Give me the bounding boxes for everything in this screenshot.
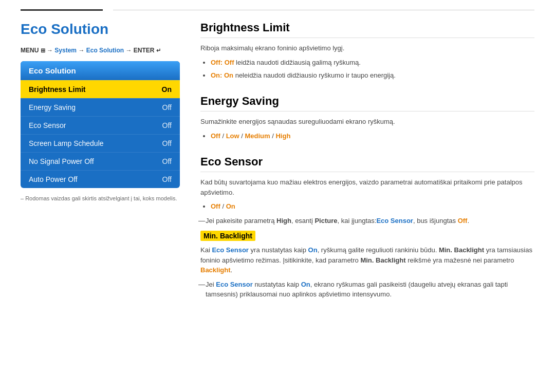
brightness-limit-list: Off: Off leidžia naudoti didžiausią gali… (211, 57, 534, 82)
left-panel: Eco Solution MENU ⊞ → System → Eco Solut… (21, 21, 180, 313)
list-item: Off: Off leidžia naudoti didžiausią gali… (211, 57, 534, 68)
menu-box: Eco Solution Brightness Limit On Energy … (21, 61, 180, 188)
top-bar (0, 0, 555, 16)
energy-saving-list: Off / Low / Medium / High (211, 130, 534, 142)
menu-item-value: Off (162, 175, 172, 183)
section-eco-sensor: Eco Sensor Kad būtų suvartojama kuo maži… (200, 155, 534, 299)
menu-item-label: Brightness Limit (29, 85, 85, 94)
menu-item-screen-lamp[interactable]: Screen Lamp Schedule Off (21, 134, 180, 152)
brightness-limit-title: Brightness Limit (200, 21, 534, 38)
menu-header: Eco Solution (21, 61, 180, 80)
energy-saving-title: Energy Saving (200, 95, 534, 111)
menu-arrow1: → (45, 47, 55, 54)
menu-prefix: MENU (21, 47, 41, 54)
menu-item-auto-power[interactable]: Auto Power Off Off (21, 170, 180, 188)
menu-item-label: No Signal Power Off (29, 157, 94, 165)
menu-item-label: Eco Sensor (29, 121, 66, 129)
brightness-limit-desc: Riboja maksimalų ekrano foninio apšvieti… (200, 43, 534, 53)
menu-item-eco-sensor[interactable]: Eco Sensor Off (21, 116, 180, 134)
page-title: Eco Solution (21, 21, 180, 38)
menu-item-value: On (162, 85, 172, 94)
menu-item-brightness-limit[interactable]: Brightness Limit On (21, 80, 180, 98)
list-item: Off / Low / Medium / High (211, 130, 534, 142)
menu-item-label: Energy Saving (29, 103, 76, 111)
right-panel: Brightness Limit Riboja maksimalų ekrano… (200, 21, 534, 313)
main-content: Eco Solution MENU ⊞ → System → Eco Solut… (0, 16, 555, 323)
eco-sensor-dash-note2: Jei Eco Sensor nustatytas kaip On, ekran… (200, 279, 534, 300)
eco-sensor-desc: Kad būtų suvartojama kuo mažiau elektros… (200, 177, 534, 197)
menu-item-value: Off (162, 121, 172, 129)
energy-saving-desc: Sumažinkite energijos sąnaudas sureguliu… (200, 117, 534, 127)
menu-item-energy-saving[interactable]: Energy Saving Off (21, 98, 180, 116)
left-note: – Rodomas vaizdas gali skirtis atsižvelg… (21, 195, 180, 201)
top-bar-line-left (21, 9, 103, 11)
menu-item-label: Auto Power Off (29, 175, 78, 183)
min-backlight-desc: Kai Eco Sensor yra nustatytas kaip On, r… (200, 245, 534, 275)
menu-item-value: Off (162, 157, 172, 165)
eco-sensor-list: Off / On (211, 200, 534, 212)
eco-sensor-dash-note: Jei pakeisite parametrą High, esantį Pic… (200, 216, 534, 226)
menu-ecosolution: Eco Solution (86, 47, 124, 54)
menu-item-value: Off (162, 139, 172, 147)
menu-arrow2: → (77, 47, 86, 54)
eco-sensor-title: Eco Sensor (200, 155, 534, 172)
top-bar-line-right (113, 10, 534, 10)
menu-arrow3: → ENTER (124, 47, 156, 54)
menu-path: MENU ⊞ → System → Eco Solution → ENTER ↵ (21, 47, 180, 54)
section-brightness-limit: Brightness Limit Riboja maksimalų ekrano… (200, 21, 534, 81)
list-item: On: On neleidžia naudoti didžiausio ryšk… (211, 69, 534, 81)
list-item: Off / On (211, 200, 534, 212)
menu-item-label: Screen Lamp Schedule (29, 139, 104, 147)
menu-item-no-signal[interactable]: No Signal Power Off Off (21, 152, 180, 170)
min-backlight-highlight: Min. Backlight (200, 231, 255, 241)
section-energy-saving: Energy Saving Sumažinkite energijos sąna… (200, 95, 534, 142)
menu-system: System (54, 47, 77, 54)
menu-item-value: Off (162, 103, 172, 111)
